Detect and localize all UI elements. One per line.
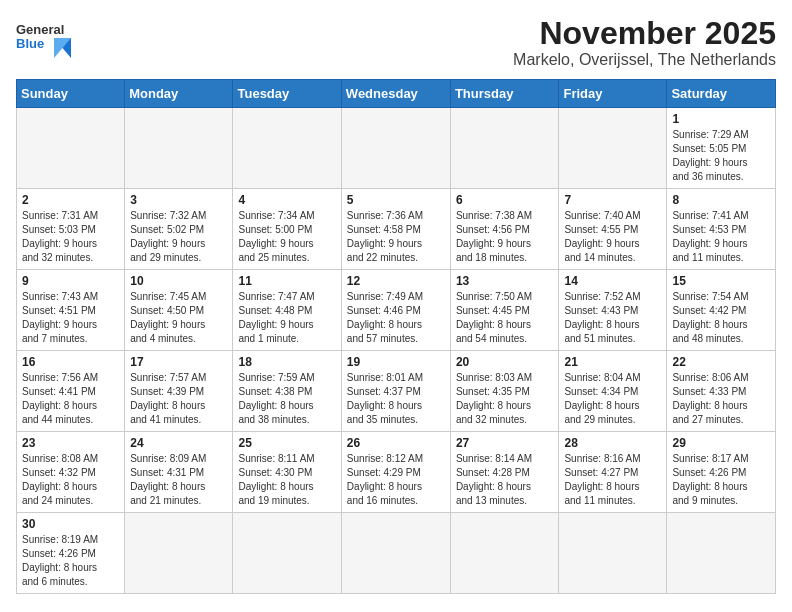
svg-text:General: General (16, 22, 64, 37)
day-info: Sunrise: 8:12 AM Sunset: 4:29 PM Dayligh… (347, 452, 445, 508)
day-number: 9 (22, 274, 119, 288)
calendar-cell (341, 513, 450, 594)
calendar-cell: 17Sunrise: 7:57 AM Sunset: 4:39 PM Dayli… (125, 351, 233, 432)
calendar-cell (341, 108, 450, 189)
weekday-header-monday: Monday (125, 80, 233, 108)
day-number: 6 (456, 193, 554, 207)
day-number: 2 (22, 193, 119, 207)
calendar-cell: 13Sunrise: 7:50 AM Sunset: 4:45 PM Dayli… (450, 270, 559, 351)
week-row-5: 23Sunrise: 8:08 AM Sunset: 4:32 PM Dayli… (17, 432, 776, 513)
weekday-header-sunday: Sunday (17, 80, 125, 108)
calendar-cell: 8Sunrise: 7:41 AM Sunset: 4:53 PM Daylig… (667, 189, 776, 270)
page-title: November 2025 (513, 16, 776, 51)
header: General Blue November 2025 Markelo, Over… (16, 16, 776, 69)
calendar-cell: 20Sunrise: 8:03 AM Sunset: 4:35 PM Dayli… (450, 351, 559, 432)
day-info: Sunrise: 7:38 AM Sunset: 4:56 PM Dayligh… (456, 209, 554, 265)
calendar-cell: 19Sunrise: 8:01 AM Sunset: 4:37 PM Dayli… (341, 351, 450, 432)
calendar-cell: 22Sunrise: 8:06 AM Sunset: 4:33 PM Dayli… (667, 351, 776, 432)
day-info: Sunrise: 8:08 AM Sunset: 4:32 PM Dayligh… (22, 452, 119, 508)
calendar-cell: 9Sunrise: 7:43 AM Sunset: 4:51 PM Daylig… (17, 270, 125, 351)
calendar-cell (450, 108, 559, 189)
weekday-header-tuesday: Tuesday (233, 80, 341, 108)
day-info: Sunrise: 7:32 AM Sunset: 5:02 PM Dayligh… (130, 209, 227, 265)
day-info: Sunrise: 7:34 AM Sunset: 5:00 PM Dayligh… (238, 209, 335, 265)
calendar-cell (17, 108, 125, 189)
day-info: Sunrise: 8:14 AM Sunset: 4:28 PM Dayligh… (456, 452, 554, 508)
day-info: Sunrise: 7:59 AM Sunset: 4:38 PM Dayligh… (238, 371, 335, 427)
calendar-cell: 14Sunrise: 7:52 AM Sunset: 4:43 PM Dayli… (559, 270, 667, 351)
day-number: 14 (564, 274, 661, 288)
calendar-cell: 7Sunrise: 7:40 AM Sunset: 4:55 PM Daylig… (559, 189, 667, 270)
calendar-cell: 30Sunrise: 8:19 AM Sunset: 4:26 PM Dayli… (17, 513, 125, 594)
day-info: Sunrise: 7:31 AM Sunset: 5:03 PM Dayligh… (22, 209, 119, 265)
day-info: Sunrise: 8:11 AM Sunset: 4:30 PM Dayligh… (238, 452, 335, 508)
calendar-cell: 23Sunrise: 8:08 AM Sunset: 4:32 PM Dayli… (17, 432, 125, 513)
day-info: Sunrise: 8:19 AM Sunset: 4:26 PM Dayligh… (22, 533, 119, 589)
calendar-cell: 3Sunrise: 7:32 AM Sunset: 5:02 PM Daylig… (125, 189, 233, 270)
calendar-cell: 18Sunrise: 7:59 AM Sunset: 4:38 PM Dayli… (233, 351, 341, 432)
calendar-cell (667, 513, 776, 594)
calendar-cell: 16Sunrise: 7:56 AM Sunset: 4:41 PM Dayli… (17, 351, 125, 432)
day-number: 28 (564, 436, 661, 450)
calendar-table: SundayMondayTuesdayWednesdayThursdayFrid… (16, 79, 776, 594)
week-row-6: 30Sunrise: 8:19 AM Sunset: 4:26 PM Dayli… (17, 513, 776, 594)
day-number: 13 (456, 274, 554, 288)
calendar-cell: 27Sunrise: 8:14 AM Sunset: 4:28 PM Dayli… (450, 432, 559, 513)
calendar-cell: 10Sunrise: 7:45 AM Sunset: 4:50 PM Dayli… (125, 270, 233, 351)
calendar-cell (125, 513, 233, 594)
day-number: 12 (347, 274, 445, 288)
day-info: Sunrise: 8:04 AM Sunset: 4:34 PM Dayligh… (564, 371, 661, 427)
day-number: 30 (22, 517, 119, 531)
day-number: 15 (672, 274, 770, 288)
day-number: 20 (456, 355, 554, 369)
title-area: November 2025 Markelo, Overijssel, The N… (513, 16, 776, 69)
calendar-cell: 1Sunrise: 7:29 AM Sunset: 5:05 PM Daylig… (667, 108, 776, 189)
day-info: Sunrise: 7:41 AM Sunset: 4:53 PM Dayligh… (672, 209, 770, 265)
weekday-header-friday: Friday (559, 80, 667, 108)
calendar-cell (559, 513, 667, 594)
calendar-cell: 6Sunrise: 7:38 AM Sunset: 4:56 PM Daylig… (450, 189, 559, 270)
calendar-cell: 12Sunrise: 7:49 AM Sunset: 4:46 PM Dayli… (341, 270, 450, 351)
day-info: Sunrise: 8:09 AM Sunset: 4:31 PM Dayligh… (130, 452, 227, 508)
day-number: 26 (347, 436, 445, 450)
calendar-cell: 2Sunrise: 7:31 AM Sunset: 5:03 PM Daylig… (17, 189, 125, 270)
day-number: 24 (130, 436, 227, 450)
day-number: 18 (238, 355, 335, 369)
calendar-cell: 15Sunrise: 7:54 AM Sunset: 4:42 PM Dayli… (667, 270, 776, 351)
day-number: 27 (456, 436, 554, 450)
weekday-header-wednesday: Wednesday (341, 80, 450, 108)
day-info: Sunrise: 7:56 AM Sunset: 4:41 PM Dayligh… (22, 371, 119, 427)
day-info: Sunrise: 7:29 AM Sunset: 5:05 PM Dayligh… (672, 128, 770, 184)
day-number: 4 (238, 193, 335, 207)
calendar-cell: 5Sunrise: 7:36 AM Sunset: 4:58 PM Daylig… (341, 189, 450, 270)
logo: General Blue (16, 16, 76, 60)
week-row-2: 2Sunrise: 7:31 AM Sunset: 5:03 PM Daylig… (17, 189, 776, 270)
day-number: 17 (130, 355, 227, 369)
day-number: 10 (130, 274, 227, 288)
calendar-cell (125, 108, 233, 189)
calendar-cell (559, 108, 667, 189)
calendar-cell: 29Sunrise: 8:17 AM Sunset: 4:26 PM Dayli… (667, 432, 776, 513)
day-info: Sunrise: 7:36 AM Sunset: 4:58 PM Dayligh… (347, 209, 445, 265)
day-number: 5 (347, 193, 445, 207)
day-number: 22 (672, 355, 770, 369)
day-info: Sunrise: 7:50 AM Sunset: 4:45 PM Dayligh… (456, 290, 554, 346)
weekday-header-saturday: Saturday (667, 80, 776, 108)
weekday-header-thursday: Thursday (450, 80, 559, 108)
svg-text:Blue: Blue (16, 36, 44, 51)
logo-svg: General Blue (16, 16, 76, 60)
day-number: 11 (238, 274, 335, 288)
calendar-cell: 21Sunrise: 8:04 AM Sunset: 4:34 PM Dayli… (559, 351, 667, 432)
week-row-1: 1Sunrise: 7:29 AM Sunset: 5:05 PM Daylig… (17, 108, 776, 189)
calendar-cell (450, 513, 559, 594)
calendar-cell: 28Sunrise: 8:16 AM Sunset: 4:27 PM Dayli… (559, 432, 667, 513)
day-info: Sunrise: 7:43 AM Sunset: 4:51 PM Dayligh… (22, 290, 119, 346)
day-info: Sunrise: 7:45 AM Sunset: 4:50 PM Dayligh… (130, 290, 227, 346)
day-info: Sunrise: 8:06 AM Sunset: 4:33 PM Dayligh… (672, 371, 770, 427)
day-info: Sunrise: 7:49 AM Sunset: 4:46 PM Dayligh… (347, 290, 445, 346)
day-number: 7 (564, 193, 661, 207)
day-info: Sunrise: 8:16 AM Sunset: 4:27 PM Dayligh… (564, 452, 661, 508)
day-number: 1 (672, 112, 770, 126)
day-number: 29 (672, 436, 770, 450)
day-info: Sunrise: 7:47 AM Sunset: 4:48 PM Dayligh… (238, 290, 335, 346)
